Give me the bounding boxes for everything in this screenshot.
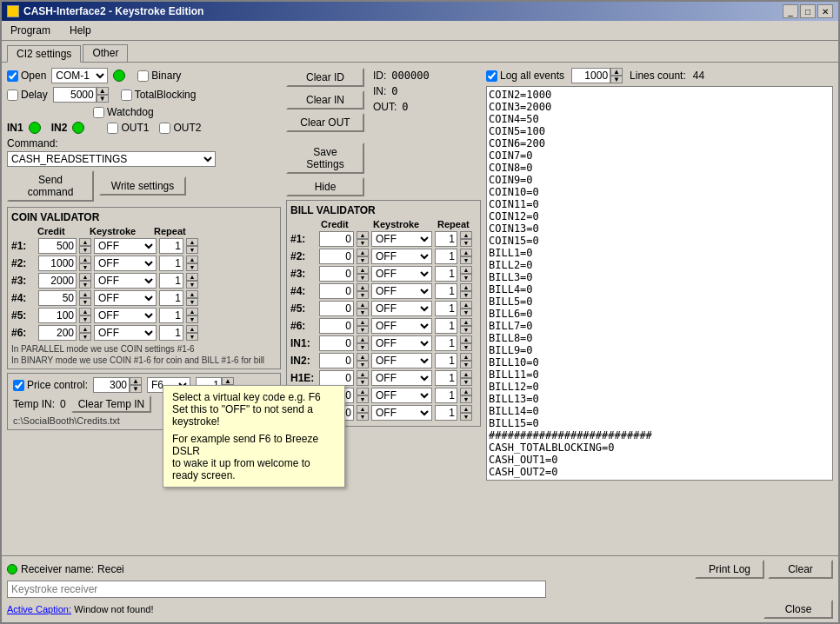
bill-credit-input[interactable] xyxy=(319,301,354,316)
bill-keystroke-select[interactable]: OFFF1F2F6 xyxy=(371,301,432,316)
bill-repeat-down[interactable]: ▼ xyxy=(460,274,472,282)
bill-keystroke-select[interactable]: OFFF1F2F6 xyxy=(371,318,432,334)
watchdog-checkbox[interactable] xyxy=(93,107,104,118)
bill-keystroke-select[interactable]: OFFF1F2F6 xyxy=(371,249,432,264)
bill-repeat-up[interactable]: ▲ xyxy=(460,388,472,395)
coin-repeat-up[interactable]: ▲ xyxy=(186,256,198,263)
bill-keystroke-select[interactable]: OFFF1F2F6 xyxy=(371,266,432,282)
bill-credit-input[interactable] xyxy=(319,335,354,351)
coin-credit-input[interactable] xyxy=(38,238,77,254)
bill-repeat-up[interactable]: ▲ xyxy=(460,266,472,274)
coin-keystroke-select[interactable]: OFFF1F2F3F4F5F6 xyxy=(94,273,157,289)
delay-down[interactable]: ▼ xyxy=(97,95,109,103)
bill-credit-up[interactable]: ▲ xyxy=(357,335,369,343)
binary-checkbox-label[interactable]: Binary xyxy=(137,70,181,82)
coin-keystroke-select[interactable]: OFFF1F2F3F4F5F6 xyxy=(94,325,157,341)
bill-repeat-input[interactable] xyxy=(435,405,457,421)
binary-checkbox[interactable] xyxy=(137,70,149,82)
bill-repeat-up[interactable]: ▲ xyxy=(460,301,472,309)
coin-repeat-input[interactable] xyxy=(159,290,183,306)
coin-credit-up[interactable]: ▲ xyxy=(79,325,91,333)
coin-credit-down[interactable]: ▼ xyxy=(79,281,91,289)
bill-repeat-up[interactable]: ▲ xyxy=(460,370,472,378)
save-settings-button[interactable]: Save Settings xyxy=(286,143,364,174)
price-repeat-up[interactable]: ▲ xyxy=(222,377,234,385)
coin-repeat-input[interactable] xyxy=(159,273,183,289)
log-panel[interactable]: COIN2=1000COIN3=2000COIN4=50COIN5=100COI… xyxy=(486,86,833,481)
bill-repeat-down[interactable]: ▼ xyxy=(460,361,472,368)
bill-credit-down[interactable]: ▼ xyxy=(357,413,369,421)
bill-repeat-down[interactable]: ▼ xyxy=(460,256,472,264)
bill-keystroke-select[interactable]: OFFF1F2F6 xyxy=(371,370,432,386)
bill-credit-up[interactable]: ▲ xyxy=(357,301,369,309)
bill-repeat-down[interactable]: ▼ xyxy=(460,413,472,421)
coin-credit-up[interactable]: ▲ xyxy=(79,256,91,263)
bill-repeat-input[interactable] xyxy=(435,353,457,368)
coin-credit-input[interactable] xyxy=(38,256,77,271)
bill-keystroke-select[interactable]: OFFF1F2F6 xyxy=(371,335,432,351)
bill-credit-down[interactable]: ▼ xyxy=(357,309,369,316)
bill-repeat-down[interactable]: ▼ xyxy=(460,395,472,403)
coin-repeat-up[interactable]: ▲ xyxy=(186,238,198,246)
delay-spin[interactable]: ▲ ▼ xyxy=(53,87,109,103)
bill-repeat-up[interactable]: ▲ xyxy=(460,283,472,291)
open-checkbox-label[interactable]: Open xyxy=(7,70,46,82)
bill-repeat-input[interactable] xyxy=(435,388,457,403)
open-checkbox[interactable] xyxy=(7,70,18,82)
price-up[interactable]: ▲ xyxy=(130,377,142,385)
bill-repeat-input[interactable] xyxy=(435,370,457,386)
coin-credit-up[interactable]: ▲ xyxy=(79,290,91,298)
coin-repeat-down[interactable]: ▼ xyxy=(186,298,198,306)
bill-credit-input[interactable] xyxy=(319,318,354,334)
price-control-checkbox-label[interactable]: Price control: xyxy=(13,379,88,391)
print-log-button[interactable]: Print Log xyxy=(695,560,764,579)
bill-keystroke-select[interactable]: OFFF1F2F6 xyxy=(371,388,432,403)
clear-id-button[interactable]: Clear ID xyxy=(286,68,364,87)
delay-up[interactable]: ▲ xyxy=(97,87,109,95)
com-port-select[interactable]: COM-1 xyxy=(51,68,108,83)
out2-label[interactable]: OUT2 xyxy=(159,122,201,134)
total-blocking-label[interactable]: TotalBlocking xyxy=(121,89,197,101)
close-button[interactable]: Close xyxy=(763,600,833,619)
out1-checkbox[interactable] xyxy=(107,123,118,134)
bill-repeat-up[interactable]: ▲ xyxy=(460,353,472,361)
coin-credit-down[interactable]: ▼ xyxy=(79,315,91,323)
bill-repeat-up[interactable]: ▲ xyxy=(460,318,472,326)
coin-repeat-input[interactable] xyxy=(159,256,183,271)
log-count-up[interactable]: ▲ xyxy=(610,68,623,76)
menu-help[interactable]: Help xyxy=(64,23,97,38)
price-control-checkbox[interactable] xyxy=(13,380,24,391)
bill-credit-input[interactable] xyxy=(319,370,354,386)
bill-keystroke-select[interactable]: OFFF1F2F6 xyxy=(371,283,432,299)
coin-credit-input[interactable] xyxy=(38,308,77,323)
coin-repeat-down[interactable]: ▼ xyxy=(186,263,198,271)
log-count-input[interactable] xyxy=(571,68,610,83)
coin-credit-down[interactable]: ▼ xyxy=(79,333,91,341)
bill-keystroke-select[interactable]: OFFF1F2F6 xyxy=(371,353,432,368)
coin-credit-input[interactable] xyxy=(38,290,77,306)
bill-credit-up[interactable]: ▲ xyxy=(357,353,369,361)
clear-log-button[interactable]: Clear xyxy=(768,560,833,579)
bill-credit-down[interactable]: ▼ xyxy=(357,291,369,299)
bill-credit-input[interactable] xyxy=(319,249,354,264)
keystroke-receiver-input[interactable] xyxy=(7,581,546,598)
bill-credit-down[interactable]: ▼ xyxy=(357,361,369,368)
bill-credit-input[interactable] xyxy=(319,266,354,282)
bill-repeat-down[interactable]: ▼ xyxy=(460,326,472,334)
bill-credit-up[interactable]: ▲ xyxy=(357,266,369,274)
bill-credit-up[interactable]: ▲ xyxy=(357,370,369,378)
clear-temp-in-button[interactable]: Clear Temp IN xyxy=(71,395,151,413)
tab-other[interactable]: Other xyxy=(83,44,128,62)
bill-credit-up[interactable]: ▲ xyxy=(357,249,369,256)
watchdog-checkbox-label[interactable]: Watchdog xyxy=(93,106,154,118)
bill-repeat-down[interactable]: ▼ xyxy=(460,309,472,316)
coin-repeat-up[interactable]: ▲ xyxy=(186,290,198,298)
coin-keystroke-select[interactable]: OFFF1F2F3F4F5F6 xyxy=(94,256,157,271)
bill-repeat-input[interactable] xyxy=(435,249,457,264)
bill-credit-down[interactable]: ▼ xyxy=(357,256,369,264)
bill-credit-down[interactable]: ▼ xyxy=(357,378,369,386)
coin-credit-input[interactable] xyxy=(38,273,77,289)
total-blocking-checkbox[interactable] xyxy=(121,90,132,101)
coin-credit-up[interactable]: ▲ xyxy=(79,273,91,281)
log-count-down[interactable]: ▼ xyxy=(610,76,623,83)
